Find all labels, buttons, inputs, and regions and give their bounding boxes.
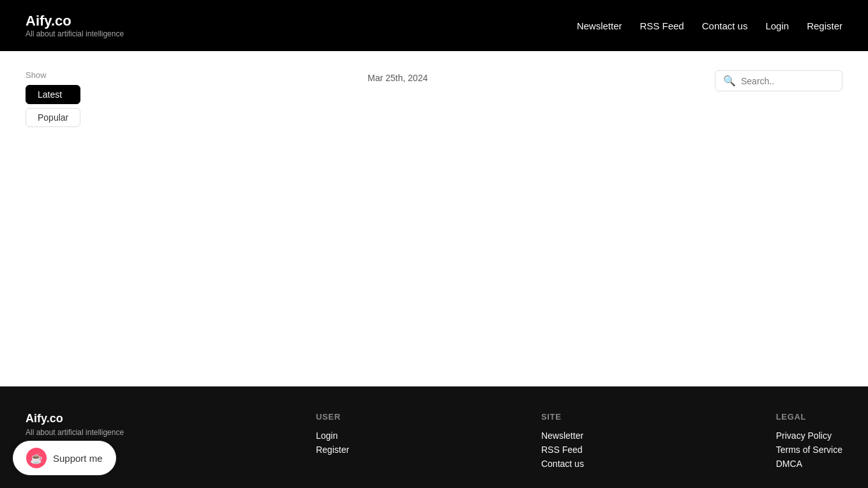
top-row: Show Latest Popular Mar 25th, 2024 🔍: [26, 70, 842, 127]
nav-login[interactable]: Login: [765, 20, 789, 31]
footer-brand-title: Aify.co: [26, 412, 124, 425]
filter-popular-button[interactable]: Popular: [26, 108, 80, 127]
header-logo: Aify.co All about artificial intelligenc…: [26, 13, 124, 38]
logo-title: Aify.co: [26, 13, 124, 29]
footer-dmca-link[interactable]: DMCA: [776, 459, 842, 469]
date-display: Mar 25th, 2024: [368, 73, 428, 83]
filter-column: Show Latest Popular: [26, 70, 80, 127]
support-me-button[interactable]: ☕ Support me: [13, 441, 116, 475]
filter-latest-button[interactable]: Latest: [26, 85, 80, 104]
filter-buttons: Latest Popular: [26, 85, 80, 127]
footer-legal-title: LEGAL: [776, 412, 842, 422]
footer-site-title: SITE: [541, 412, 584, 422]
footer-col-site: SITE Newsletter RSS Feed Contact us: [541, 412, 584, 469]
footer-col-legal: LEGAL Privacy Policy Terms of Service DM…: [776, 412, 842, 469]
footer-inner: Aify.co All about artificial intelligenc…: [26, 412, 842, 469]
footer-privacy-link[interactable]: Privacy Policy: [776, 431, 842, 441]
support-icon: ☕: [26, 448, 47, 468]
date-column: Mar 25th, 2024: [80, 70, 715, 83]
nav-rss-feed[interactable]: RSS Feed: [640, 20, 684, 31]
footer-brand-subtitle: All about artificial intelligence: [26, 428, 124, 437]
footer-newsletter-link[interactable]: Newsletter: [541, 431, 584, 441]
nav-newsletter[interactable]: Newsletter: [577, 20, 622, 31]
nav-register[interactable]: Register: [807, 20, 842, 31]
header-nav: Newsletter RSS Feed Contact us Login Reg…: [577, 20, 842, 31]
footer-tos-link[interactable]: Terms of Service: [776, 445, 842, 455]
search-icon: 🔍: [723, 75, 736, 87]
footer-register-link[interactable]: Register: [316, 445, 349, 455]
footer-rss-link[interactable]: RSS Feed: [541, 445, 584, 455]
main-content: Show Latest Popular Mar 25th, 2024 🔍: [0, 51, 868, 386]
logo-subtitle: All about artificial intelligence: [26, 29, 124, 38]
nav-contact-us[interactable]: Contact us: [702, 20, 748, 31]
support-label: Support me: [53, 453, 103, 464]
footer-contact-link[interactable]: Contact us: [541, 459, 584, 469]
footer-user-title: USER: [316, 412, 349, 422]
coffee-emoji: ☕: [30, 452, 43, 464]
search-box: 🔍: [715, 70, 842, 91]
site-footer: Aify.co All about artificial intelligenc…: [0, 386, 868, 488]
footer-col-user: USER Login Register: [316, 412, 349, 469]
search-column: 🔍: [715, 70, 842, 91]
footer-login-link[interactable]: Login: [316, 431, 349, 441]
show-label: Show: [26, 70, 80, 80]
site-header: Aify.co All about artificial intelligenc…: [0, 0, 868, 51]
search-input[interactable]: [741, 76, 834, 86]
